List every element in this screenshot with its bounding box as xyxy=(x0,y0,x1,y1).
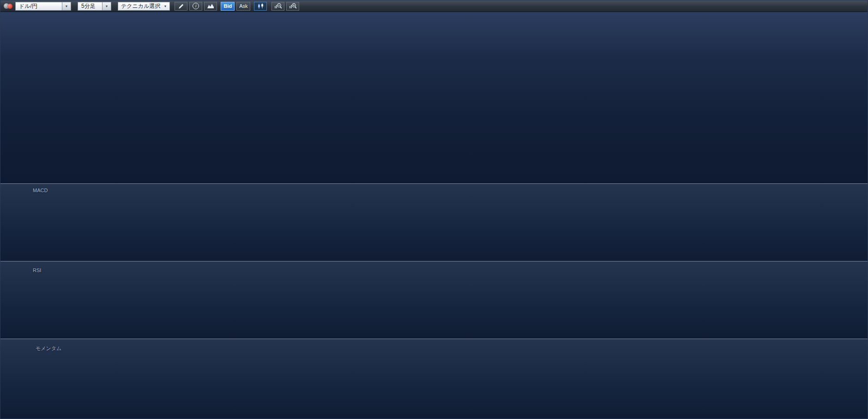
zoom-out-button[interactable] xyxy=(271,2,284,11)
price-chart-overlay xyxy=(0,12,868,183)
ask-toggle-button[interactable]: Ask xyxy=(236,2,250,11)
chart-style-button[interactable] xyxy=(204,2,217,11)
fx-chart-window: ドル/円 ▼ 5分足 ▼ テクニカル選択 ▼ i Bid Ask xyxy=(0,0,868,419)
timeframe-value: 5分足 xyxy=(78,2,102,11)
zoom-in-button[interactable] xyxy=(286,2,299,11)
area-chart-icon xyxy=(207,3,214,9)
currency-pair-select[interactable]: ドル/円 ▼ xyxy=(15,2,71,11)
technical-select-label: テクニカル選択 xyxy=(121,2,160,10)
chevron-down-icon: ▼ xyxy=(163,5,167,8)
info-button[interactable]: i xyxy=(189,2,202,11)
app-icon-dot xyxy=(7,4,12,9)
candlestick-icon xyxy=(257,3,264,9)
momentum-panel-title: モメンタム xyxy=(36,345,61,352)
toolbar: ドル/円 ▼ 5分足 ▼ テクニカル選択 ▼ i Bid Ask xyxy=(0,0,868,12)
zoom-out-icon xyxy=(274,3,282,9)
macd-panel-title: MACD xyxy=(33,188,48,193)
price-chart-panel[interactable] xyxy=(0,12,868,183)
technical-select-button[interactable]: テクニカル選択 ▼ xyxy=(118,2,170,11)
currency-pair-value: ドル/円 xyxy=(15,2,62,11)
zoom-in-icon xyxy=(289,3,297,9)
draw-tool-button[interactable] xyxy=(175,2,187,11)
chevron-down-icon[interactable]: ▼ xyxy=(62,2,71,11)
timeframe-select[interactable]: 5分足 ▼ xyxy=(78,2,111,11)
app-icon xyxy=(3,2,13,10)
rsi-overlay: RSI xyxy=(0,261,868,339)
macd-panel[interactable]: MACD xyxy=(0,183,868,261)
rsi-panel[interactable]: RSI xyxy=(0,261,868,339)
chevron-down-icon[interactable]: ▼ xyxy=(102,2,111,11)
info-icon: i xyxy=(193,3,199,9)
macd-overlay: MACD xyxy=(0,184,868,261)
bid-toggle-button[interactable]: Bid xyxy=(221,2,235,11)
rsi-panel-title: RSI xyxy=(33,267,41,273)
momentum-panel[interactable]: モメンタム xyxy=(0,339,868,419)
pencil-icon xyxy=(178,3,184,9)
candlestick-view-button[interactable] xyxy=(254,2,267,11)
momentum-overlay: モメンタム xyxy=(0,339,868,419)
